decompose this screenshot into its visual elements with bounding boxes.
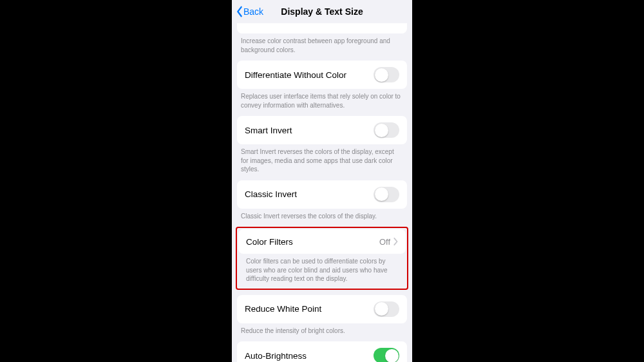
differentiate-label: Differentiate Without Color <box>245 70 346 80</box>
color-filters-label: Color Filters <box>246 237 293 247</box>
nav-bar: Back Display & Text Size <box>232 0 412 23</box>
color-filters-row[interactable]: Color Filters Off <box>238 229 406 254</box>
color-filters-value: Off <box>379 237 390 247</box>
contrast-footer: Increase color contrast between app fore… <box>232 33 412 61</box>
classic-invert-footer: Classic Invert reverses the colors of th… <box>232 209 412 227</box>
smart-invert-row[interactable]: Smart Invert <box>237 116 407 144</box>
color-filters-highlight: Color Filters Off Color filters can be u… <box>236 227 408 290</box>
classic-invert-label: Classic Invert <box>245 189 297 199</box>
smart-invert-label: Smart Invert <box>245 126 292 135</box>
page-title: Display & Text Size <box>281 6 363 17</box>
color-filters-footer: Color filters can be used to differentia… <box>238 254 406 287</box>
classic-invert-row[interactable]: Classic Invert <box>237 180 407 209</box>
partial-previous-row <box>237 23 407 33</box>
auto-brightness-row[interactable]: Auto-Brightness <box>237 341 407 362</box>
differentiate-without-color-row[interactable]: Differentiate Without Color <box>237 61 407 89</box>
settings-content: Increase color contrast between app fore… <box>232 23 412 362</box>
reduce-white-point-toggle[interactable] <box>374 301 399 317</box>
back-button[interactable]: Back <box>236 6 263 17</box>
reduce-white-point-footer: Reduce the intensity of bright colors. <box>232 323 412 342</box>
chevron-left-icon <box>236 6 243 17</box>
chevron-right-icon <box>393 238 398 245</box>
reduce-white-point-label: Reduce White Point <box>245 304 321 314</box>
back-label: Back <box>243 6 263 17</box>
auto-brightness-toggle[interactable] <box>374 348 399 362</box>
classic-invert-toggle[interactable] <box>374 187 399 202</box>
smart-invert-toggle[interactable] <box>374 122 399 138</box>
auto-brightness-label: Auto-Brightness <box>245 351 307 361</box>
reduce-white-point-row[interactable]: Reduce White Point <box>237 295 407 323</box>
settings-screen: Back Display & Text Size Increase color … <box>232 0 412 362</box>
smart-invert-footer: Smart Invert reverses the colors of the … <box>232 144 412 180</box>
differentiate-footer: Replaces user interface items that rely … <box>232 89 412 116</box>
differentiate-toggle[interactable] <box>374 67 399 82</box>
